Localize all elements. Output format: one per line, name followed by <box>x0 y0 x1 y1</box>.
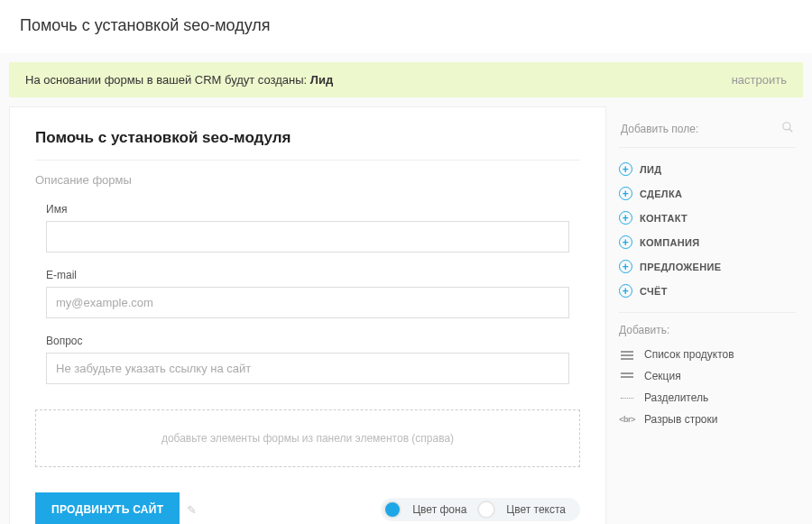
field-label-question: Вопрос <box>46 335 569 347</box>
search-icon[interactable] <box>781 121 794 136</box>
svg-line-1 <box>789 129 793 133</box>
add-divider[interactable]: Разделитель <box>619 387 796 409</box>
crm-notice: На основании формы в вашей CRM будут соз… <box>9 62 803 97</box>
text-color-label: Цвет текста <box>506 503 566 516</box>
plus-icon: + <box>619 260 632 273</box>
form-field: Имя <box>35 203 580 253</box>
add-elements-section: Добавить: Список продуктов Секция Раздел… <box>619 313 796 430</box>
page-header: Помочь с установкой seo-модуля <box>0 0 812 53</box>
add-products-list[interactable]: Список продуктов <box>619 344 796 365</box>
entity-label: КОМПАНИЯ <box>640 237 699 248</box>
notice-entity: Лид <box>310 73 333 87</box>
sidebar-panel: Добавить поле: + ЛИД + СДЕЛКА + КОНТАКТ … <box>606 106 803 441</box>
plus-icon: + <box>619 211 632 225</box>
form-title[interactable]: Помочь с установкой seo-модуля <box>35 129 580 147</box>
entity-label: ЛИД <box>640 164 661 175</box>
plus-icon: + <box>619 187 632 200</box>
list-icon <box>619 348 635 361</box>
add-line-break[interactable]: <br> Разрыв строки <box>619 409 796 430</box>
add-section[interactable]: Секция <box>619 365 796 387</box>
question-input[interactable] <box>46 353 569 384</box>
entity-label: ПРЕДЛОЖЕНИЕ <box>640 262 721 272</box>
svg-point-0 <box>783 123 790 130</box>
notice-text: На основании формы в вашей CRM будут соз… <box>25 73 333 87</box>
bg-color-label: Цвет фона <box>412 503 466 516</box>
bg-color-swatch[interactable] <box>383 501 401 519</box>
entity-invoice[interactable]: + СЧЁТ <box>619 279 796 303</box>
entity-label: СЧЁТ <box>640 286 668 297</box>
entity-deal[interactable]: + СДЕЛКА <box>619 181 796 206</box>
edit-icon[interactable]: ✎ <box>187 503 197 517</box>
entity-label: КОНТАКТ <box>640 213 687 224</box>
entity-contact[interactable]: + КОНТАКТ <box>619 206 796 230</box>
form-builder-panel: Помочь с установкой seo-модуля Описание … <box>9 106 606 524</box>
form-field: E-mail <box>35 269 580 318</box>
section-icon <box>619 370 635 382</box>
form-field: Вопрос <box>35 335 580 384</box>
plus-icon: + <box>619 284 632 298</box>
title-divider <box>35 160 580 161</box>
add-item-label: Разделитель <box>644 391 708 404</box>
notice-prefix: На основании формы в вашей CRM будут соз… <box>25 73 310 87</box>
add-item-label: Список продуктов <box>644 348 734 361</box>
entity-company[interactable]: + КОМПАНИЯ <box>619 230 796 254</box>
entity-offer[interactable]: + ПРЕДЛОЖЕНИЕ <box>619 254 796 279</box>
submit-button[interactable]: ПРОДВИНУТЬ САЙТ <box>35 492 180 524</box>
add-field-header: Добавить поле: <box>619 117 796 148</box>
divider-icon <box>619 391 635 404</box>
br-icon: <br> <box>619 415 635 424</box>
add-field-label: Добавить поле: <box>621 123 698 135</box>
color-picker-group: Цвет фона Цвет текста <box>381 498 580 521</box>
field-label-email: E-mail <box>46 269 569 281</box>
name-input[interactable] <box>46 221 569 253</box>
plus-icon: + <box>619 235 632 249</box>
entity-label: СДЕЛКА <box>640 188 682 199</box>
entity-list: + ЛИД + СДЕЛКА + КОНТАКТ + КОМПАНИЯ + ПР… <box>619 148 796 313</box>
notice-configure-link[interactable]: настроить <box>732 73 787 87</box>
field-label-name: Имя <box>46 203 569 216</box>
form-description[interactable]: Описание формы <box>35 173 580 187</box>
page-title: Помочь с установкой seo-модуля <box>20 16 792 35</box>
add-item-label: Секция <box>644 370 681 382</box>
plus-icon: + <box>619 162 632 176</box>
email-input[interactable] <box>46 287 569 318</box>
text-color-swatch[interactable] <box>477 501 495 519</box>
form-dropzone[interactable]: добавьте элементы формы из панели элемен… <box>35 409 580 467</box>
entity-lead[interactable]: + ЛИД <box>619 157 796 181</box>
form-footer: ПРОДВИНУТЬ САЙТ ✎ Цвет фона Цвет текста <box>35 492 580 524</box>
add-elements-label: Добавить: <box>619 324 796 336</box>
add-item-label: Разрыв строки <box>644 413 717 426</box>
